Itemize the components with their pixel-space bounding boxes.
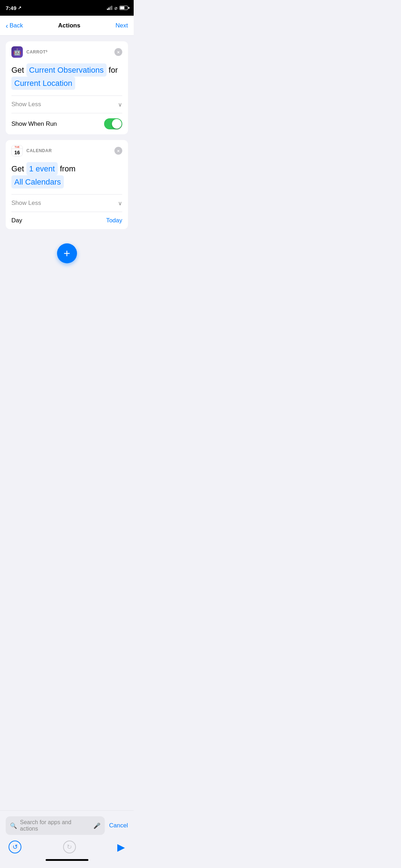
status-time: 7:49 ↗	[6, 5, 21, 11]
add-icon: +	[63, 247, 70, 260]
main-content: 🤖 CARROT⁵ × Get Current Observations for…	[0, 36, 134, 317]
carrot-token-observations[interactable]: Current Observations	[26, 63, 107, 77]
calendar-header-left: TUE 16 CALENDAR	[11, 145, 52, 156]
nav-bar: ‹ Back Actions Next	[0, 16, 134, 36]
calendar-date-label: 16	[12, 149, 22, 156]
calendar-show-less-row[interactable]: Show Less ∨	[6, 195, 128, 212]
add-action-button[interactable]: +	[57, 243, 77, 263]
calendar-body-prefix: Get	[11, 164, 24, 173]
calendar-card-header: TUE 16 CALENDAR ×	[6, 140, 128, 161]
carrot-app-label: CARROT⁵	[26, 50, 48, 55]
time-label: 7:49	[6, 5, 16, 11]
carrot-show-when-run-label: Show When Run	[11, 120, 57, 128]
back-label: Back	[10, 22, 23, 29]
carrot-action-card: 🤖 CARROT⁵ × Get Current Observations for…	[6, 41, 128, 134]
carrot-header-left: 🤖 CARROT⁵	[11, 46, 48, 58]
calendar-app-label: CALENDAR	[26, 148, 52, 153]
bottom-spacer	[6, 275, 128, 317]
status-bar: 7:49 ↗ ⌀	[0, 0, 134, 16]
carrot-token-location[interactable]: Current Location	[11, 77, 75, 90]
carrot-show-when-run-row: Show When Run	[6, 113, 128, 134]
calendar-body-mid: from	[60, 164, 76, 173]
add-action-container: +	[6, 235, 128, 275]
carrot-show-less-row[interactable]: Show Less ∨	[6, 96, 128, 113]
calendar-month-label: TUE	[12, 145, 22, 149]
carrot-card-body: Get Current Observations for Current Loc…	[6, 62, 128, 95]
signal-icon	[107, 6, 112, 10]
calendar-chevron-down-icon: ∨	[118, 200, 122, 207]
calendar-action-card: TUE 16 CALENDAR × Get 1 event from All C…	[6, 140, 128, 229]
carrot-body-prefix: Get	[11, 66, 24, 74]
calendar-day-value[interactable]: Today	[106, 217, 122, 224]
carrot-icon: 🤖	[11, 46, 23, 58]
back-button[interactable]: ‹ Back	[6, 22, 23, 29]
calendar-show-less-label: Show Less	[11, 200, 41, 207]
calendar-day-row: Day Today	[6, 212, 128, 229]
carrot-chevron-down-icon: ∨	[118, 101, 122, 108]
status-icons: ⌀	[107, 5, 128, 11]
calendar-close-button[interactable]: ×	[114, 147, 122, 155]
carrot-body-mid: for	[109, 66, 118, 74]
next-button[interactable]: Next	[115, 22, 128, 29]
battery-icon	[119, 6, 128, 10]
calendar-app-icon: TUE 16	[11, 145, 23, 156]
page-title: Actions	[58, 22, 80, 29]
carrot-show-less-label: Show Less	[11, 101, 41, 108]
toggle-knob	[112, 119, 122, 129]
calendar-card-body: Get 1 event from All Calendars	[6, 161, 128, 194]
carrot-close-button[interactable]: ×	[114, 48, 122, 56]
calendar-token-event[interactable]: 1 event	[26, 162, 58, 175]
carrot-card-header: 🤖 CARROT⁵ ×	[6, 41, 128, 62]
calendar-token-calendars[interactable]: All Calendars	[11, 175, 64, 188]
calendar-day-label: Day	[11, 217, 22, 224]
chevron-left-icon: ‹	[6, 22, 8, 29]
carrot-show-when-run-toggle[interactable]	[104, 118, 122, 129]
wifi-icon: ⌀	[114, 5, 117, 11]
location-icon: ↗	[18, 5, 21, 10]
carrot-app-icon: 🤖	[11, 46, 23, 58]
